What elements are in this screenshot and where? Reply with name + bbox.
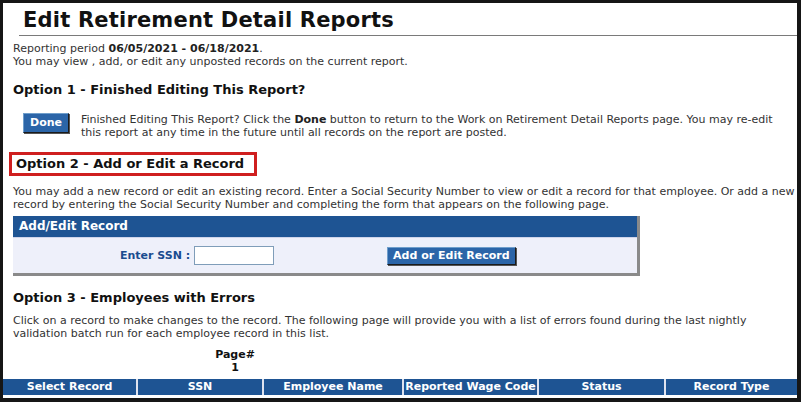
option2-heading: Option 2 - Add or Edit a Record <box>16 156 244 171</box>
add-edit-record-panel-title: Add/Edit Record <box>13 216 637 238</box>
page-indicator-label: Page# <box>215 348 255 361</box>
cell-record-type: DTL2 <box>665 395 797 402</box>
cell-select-record: select <box>3 395 137 402</box>
option1-desc-before: Finished Editing This Report? Click the <box>81 113 294 126</box>
option3-heading: Option 3 - Employees with Errors <box>13 290 797 305</box>
reporting-period-dates: 06/05/2021 - 06/18/2021 <box>109 42 260 55</box>
add-or-edit-record-button[interactable]: Add or Edit Record <box>387 247 515 265</box>
header-select-record: Select Record <box>3 379 137 395</box>
cell-status: Suspended <box>538 395 665 402</box>
header-reported-wage-code: Reported Wage Code <box>403 379 538 395</box>
intro-text: You may view , add, or edit any unposted… <box>13 55 408 68</box>
add-edit-record-panel: Add/Edit Record Enter SSN : Add or Edit … <box>13 216 640 276</box>
option2-heading-wrap: Option 2 - Add or Edit a Record <box>9 152 797 176</box>
header-status: Status <box>538 379 665 395</box>
ssn-input[interactable] <box>194 246 274 265</box>
option3-description: Click on a record to make changes to the… <box>13 314 795 340</box>
cell-ssn: xxx-xx-0237 <box>137 395 263 402</box>
option1-heading: Option 1 - Finished Editing This Report? <box>13 82 797 97</box>
header-employee-name: Employee Name <box>263 379 403 395</box>
option1-done-row: Done Finished Editing This Report? Click… <box>23 113 797 139</box>
enter-ssn-label: Enter SSN : <box>120 249 190 262</box>
cell-reported-wage-code: Regular wages <box>403 395 538 402</box>
select-record-link[interactable]: select <box>54 396 87 402</box>
table-row: select xxx-xx-0237 DOE, JOE Regular wage… <box>3 395 797 402</box>
cell-employee-name: DOE, JOE <box>263 395 403 402</box>
page-indicator: Page# 1 <box>213 348 257 374</box>
reporting-period-suffix: . <box>259 42 263 55</box>
table-header-row: Select Record SSN Employee Name Reported… <box>3 379 797 395</box>
header-ssn: SSN <box>137 379 263 395</box>
reporting-period-label: Reporting period <box>13 42 109 55</box>
reporting-period-line: Reporting period 06/05/2021 - 06/18/2021… <box>13 42 797 68</box>
option1-desc-bold: Done <box>294 113 326 126</box>
option2-highlight-box: Option 2 - Add or Edit a Record <box>9 152 257 176</box>
employees-with-errors-table: Select Record SSN Employee Name Reported… <box>3 379 797 402</box>
page-indicator-number: 1 <box>231 361 239 374</box>
option1-description: Finished Editing This Report? Click the … <box>81 113 793 139</box>
header-record-type: Record Type <box>665 379 797 395</box>
option2-description: You may add a new record or edit an exis… <box>13 185 795 211</box>
title-divider <box>19 35 797 36</box>
add-edit-record-panel-body: Enter SSN : Add or Edit Record <box>13 238 637 273</box>
page-title: Edit Retirement Detail Reports <box>23 8 797 32</box>
done-button[interactable]: Done <box>23 113 69 133</box>
edit-retirement-detail-reports-page: Edit Retirement Detail Reports Reporting… <box>0 0 801 402</box>
